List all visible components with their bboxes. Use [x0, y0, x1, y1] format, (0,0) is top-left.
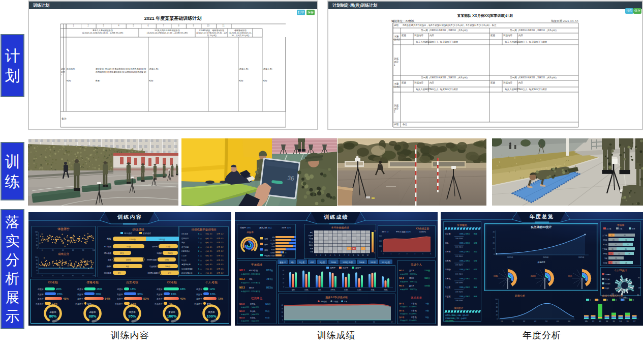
svg-text:NO.X: NO.X	[239, 310, 244, 312]
svg-text:体格考核: 体格考核	[86, 281, 99, 284]
svg-text:120分: 120分	[265, 303, 271, 305]
svg-text:X引体: X引体	[445, 250, 451, 253]
svg-text:次: 次	[200, 268, 202, 270]
svg-text:20%: 20%	[96, 293, 101, 296]
svg-text:6: 6	[198, 263, 200, 266]
svg-text:趋势分析: 趋势分析	[515, 294, 525, 298]
svg-text:二小队: 二小队	[270, 245, 275, 248]
svg-text:X分·96分: X分·96分	[455, 273, 463, 275]
svg-text:20: 20	[612, 239, 615, 241]
svg-text:不及格率: 不及格率	[194, 303, 202, 305]
svg-text:合格: 1分: 合格: 1分	[205, 242, 213, 244]
svg-text:7: 7	[344, 254, 345, 256]
svg-text:20: 20	[493, 242, 495, 244]
svg-text:2020年: 2020年	[543, 256, 549, 258]
svg-text:5: 5	[334, 254, 335, 256]
svg-text:X分·91分: X分·91分	[455, 246, 463, 248]
svg-text:不合格率: 不合格率	[155, 303, 163, 306]
svg-text:100%: 100%	[206, 314, 217, 319]
svg-text:X小队: X小队	[250, 310, 256, 312]
svg-text:X成绩: X成绩	[333, 301, 339, 303]
svg-text:优秀: 1.5: 优秀: 1.5	[217, 241, 223, 244]
svg-text:X分·80分: X分·80分	[455, 264, 463, 266]
svg-text:20: 20	[282, 311, 284, 313]
svg-text:先进个人: 先进个人	[411, 263, 422, 267]
svg-text:3 公斤: 3 公斤	[181, 259, 187, 262]
svg-text:X分级: X分级	[603, 244, 608, 246]
svg-text:9: 9	[353, 254, 354, 256]
svg-text:学员成绩: 学员成绩	[251, 263, 263, 266]
svg-text:100%: 100%	[167, 314, 177, 319]
svg-text:XXX人 XX.X: XXX人 XX.X	[459, 242, 470, 244]
svg-text:20: 20	[283, 278, 285, 280]
svg-text:NO.X: NO.X	[239, 303, 244, 305]
svg-text:30: 30	[282, 308, 284, 310]
svg-text:X成绩: X成绩	[157, 252, 162, 254]
svg-text:X六队: X六队	[270, 251, 275, 254]
svg-text:总成绩XXX，合格率XX%: 总成绩XXX，合格率XX%	[240, 313, 259, 315]
svg-text:118分: 118分	[424, 277, 431, 279]
svg-text:X: X	[607, 299, 608, 301]
svg-text:XX 训练: XX 训练	[181, 233, 188, 235]
svg-text:第X名: 第X名	[399, 302, 405, 305]
svg-text:26: 26	[625, 262, 627, 264]
svg-text:2021年: 2021年	[578, 256, 585, 258]
svg-text:良好率: 良好率	[77, 293, 83, 296]
svg-text:40: 40	[36, 241, 38, 243]
svg-text:2: 2	[320, 254, 321, 256]
svg-text:X: X	[616, 299, 617, 301]
svg-text:三等级: 三等级	[602, 248, 608, 250]
svg-text:合格: 2分: 合格: 2分	[205, 259, 213, 262]
svg-text:次: 次	[200, 246, 202, 248]
svg-text:优秀: 0.5: 优秀: 0.5	[217, 237, 223, 240]
svg-text:X: X	[624, 299, 625, 301]
svg-text:优秀率: 优秀率	[117, 288, 123, 291]
svg-text:100: 100	[35, 256, 38, 258]
svg-text:20: 20	[496, 314, 498, 316]
svg-text:30%: 30%	[137, 293, 143, 296]
svg-text:X5: X5	[612, 321, 615, 323]
svg-text:合格: 4分: 合格: 4分	[205, 255, 213, 257]
svg-text:良好率: 良好率	[157, 293, 163, 296]
svg-text:4X: 4X	[534, 321, 537, 323]
svg-text:第X名: 第X名	[399, 309, 405, 312]
svg-text:不合格: 不合格	[606, 228, 611, 230]
svg-text:10: 10	[283, 282, 285, 284]
svg-text:XXX人 XX.X: XXX人 XX.X	[459, 286, 470, 288]
svg-text:学员概览: 学员概览	[457, 223, 467, 227]
svg-text:成绩X: 成绩X	[106, 266, 111, 268]
svg-text:X分: X分	[425, 302, 429, 305]
svg-text:6分: 6分	[126, 265, 129, 268]
svg-text:优秀: 2.2: 优秀: 2.2	[217, 246, 223, 248]
svg-text:总成绩XXX，XXX/XX队: 总成绩XXX，XXX/XX队	[400, 273, 418, 275]
svg-text:X单杠-巩固: X单杠-巩固	[343, 261, 353, 264]
svg-text:及格率: 及格率	[196, 298, 202, 300]
svg-text:合格: 2分: 合格: 2分	[205, 250, 213, 252]
svg-text:XX率 10%: XX率 10%	[282, 226, 291, 229]
svg-text:优秀: 2.2: 优秀: 2.2	[217, 233, 223, 235]
svg-text:40: 40	[624, 235, 626, 237]
svg-text:6: 6	[198, 233, 200, 235]
svg-text:NO.1: NO.1	[399, 269, 404, 272]
svg-text:600: 600	[379, 235, 382, 237]
svg-text:10: 10	[357, 254, 359, 256]
svg-text:训练成绩: 训练成绩	[132, 227, 144, 231]
svg-text:XXX人 XX.X: XXX人 XX.X	[459, 260, 470, 262]
svg-text:次: 次	[200, 233, 202, 235]
svg-text:合格: 2分: 合格: 2分	[205, 233, 213, 235]
svg-text:20: 20	[52, 275, 54, 277]
svg-text:36: 36	[287, 175, 295, 183]
svg-text:X分: X分	[425, 309, 429, 312]
svg-text:8: 8	[355, 321, 356, 323]
svg-text:5: 5	[198, 268, 200, 270]
svg-text:合格: 4分: 合格: 4分	[205, 246, 213, 248]
svg-text:0: 0	[42, 249, 43, 251]
svg-text:XX人: XX人	[568, 275, 572, 277]
svg-text:入门级: 入门级	[602, 235, 608, 237]
svg-text:总成绩XXX，XX队/第X名: 总成绩XXX，XX队/第X名	[240, 273, 260, 275]
svg-text:X分·99分: X分·99分	[455, 282, 463, 284]
svg-text:0: 0	[381, 250, 382, 252]
svg-text:100: 100	[374, 230, 376, 232]
svg-text:62.1: 62.1	[474, 269, 477, 271]
svg-text:次: 次	[200, 238, 202, 240]
